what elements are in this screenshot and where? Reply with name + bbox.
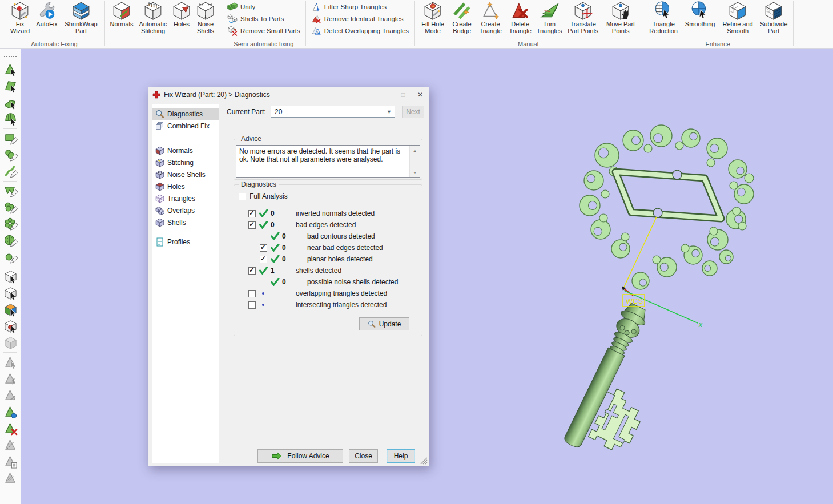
wizard-page-label: Normals: [167, 147, 193, 155]
diagnostic-label: intersecting triangles detected: [296, 301, 387, 309]
wizard-page-list: DiagnosticsCombined FixNormalsStitchingN…: [152, 104, 219, 463]
diagnostic-label: inverted normals detected: [296, 209, 375, 217]
wizard-page-label: Profiles: [167, 238, 190, 246]
key-bow: [580, 125, 754, 289]
diagnostic-row: 0bad contours detected: [248, 231, 420, 242]
wizard-page-combined-fix[interactable]: Combined Fix: [152, 120, 219, 132]
diagnostic-count: 0: [282, 278, 307, 286]
key-bow-frame: [615, 170, 721, 219]
wizard-page-label: Shells: [167, 219, 186, 227]
noise-shells-icon: [155, 170, 164, 179]
diagnostic-checkbox[interactable]: [248, 221, 256, 229]
diagnostic-count: 0: [282, 255, 307, 263]
dialog-title: Fix Wizard (Part: 20) > Diagnostics: [164, 91, 270, 99]
minimize-icon[interactable]: ─: [377, 87, 395, 102]
close-icon[interactable]: ✕: [412, 87, 429, 102]
diagnostic-label: near bad edges detected: [307, 244, 383, 252]
next-button[interactable]: Next: [402, 106, 424, 118]
current-part-label: Current Part:: [227, 108, 266, 116]
green-arrow-icon: [271, 452, 283, 460]
wizard-page-overlaps[interactable]: Overlaps: [152, 204, 219, 216]
wizard-page-noise-shells[interactable]: Noise Shells: [152, 168, 219, 180]
diagnostic-count: 1: [271, 267, 296, 275]
diagnostic-row: overlapping triangles detected: [248, 288, 420, 299]
diagnostic-count: 0: [282, 244, 307, 252]
diagnostic-row: intersecting triangles detected: [248, 299, 420, 311]
diagnostics-icon: [155, 110, 164, 119]
chevron-down-icon: ▼: [387, 109, 392, 115]
scroll-up-icon[interactable]: ▲: [410, 146, 420, 155]
full-analysis-checkbox[interactable]: [239, 193, 246, 200]
advice-groupbox: Advice No more errors are detected. It s…: [234, 139, 422, 180]
update-button[interactable]: Update: [359, 317, 409, 330]
diagnostic-row: 1shells detected: [248, 265, 420, 276]
resize-grip[interactable]: [420, 457, 428, 465]
sidebar-separator: [154, 232, 218, 232]
diagnostic-count: 0: [271, 221, 296, 229]
full-analysis-label: Full Analysis: [250, 192, 288, 200]
wizard-page-label: Triangles: [167, 195, 195, 203]
wcs-label: WCS: [626, 297, 643, 305]
wizard-page-label: Diagnostics: [167, 110, 203, 118]
wizard-page-label: Combined Fix: [167, 122, 210, 130]
wizard-page-diagnostics[interactable]: Diagnostics: [152, 108, 219, 120]
fix-wizard-app-icon: [152, 91, 160, 99]
pending-dot-icon: [259, 292, 271, 295]
diagnostic-label: bad contours detected: [307, 232, 375, 240]
current-part-select[interactable]: 20 ▼: [271, 106, 395, 118]
diagnostic-row: 0near bad edges detected: [248, 242, 420, 253]
wizard-page-normals[interactable]: Normals: [152, 144, 219, 156]
diagnostic-checkbox[interactable]: [260, 244, 267, 252]
combined-fix-icon: [155, 122, 164, 131]
ok-check-icon: [259, 209, 271, 217]
advice-text: No more errors are detected. It seems th…: [236, 145, 420, 178]
triangles-icon: [155, 194, 164, 203]
ok-check-icon: [259, 267, 271, 275]
diagnostic-label: overlapping triangles detected: [296, 289, 387, 297]
pending-dot-icon: [259, 304, 271, 306]
diagnostic-row: 0planar holes detected: [248, 253, 420, 265]
holes-icon: [155, 182, 164, 191]
diagnostic-checkbox[interactable]: [248, 267, 256, 275]
maximize-icon[interactable]: □: [395, 87, 412, 102]
advice-scrollbar[interactable]: ▲ ▼: [409, 146, 420, 177]
ok-check-icon: [271, 232, 282, 240]
diagnostics-results: 0inverted normals detected0bad edges det…: [248, 208, 420, 311]
shells-icon: [155, 218, 164, 227]
ok-check-icon: [259, 221, 271, 229]
wizard-page-label: Holes: [167, 183, 185, 191]
close-button[interactable]: Close: [349, 449, 378, 463]
follow-advice-label: Follow Advice: [287, 452, 329, 460]
follow-advice-button[interactable]: Follow Advice: [257, 449, 343, 463]
wizard-page-triangles[interactable]: Triangles: [152, 192, 219, 204]
diagnostic-checkbox[interactable]: [248, 210, 256, 217]
diagnostics-groupbox: Diagnostics Full Analysis 0inverted norm…: [234, 184, 422, 336]
diagnostic-checkbox[interactable]: [260, 256, 267, 263]
diagnostic-label: possible noise shells detected: [307, 278, 398, 286]
diagnostic-count: 0: [282, 232, 307, 240]
diagnostic-checkbox[interactable]: [248, 301, 256, 309]
diagnostic-label: planar holes detected: [307, 255, 373, 263]
stitching-icon: [155, 158, 164, 167]
scroll-down-icon[interactable]: ▼: [410, 168, 420, 177]
diagnostic-label: bad edges detected: [296, 221, 356, 229]
wizard-page-profiles[interactable]: Profiles: [152, 236, 219, 248]
key-shaft-and-bit: [559, 301, 685, 468]
diagnostic-checkbox[interactable]: [248, 290, 256, 297]
magnifier-icon: [368, 320, 376, 328]
diagnostics-label: Diagnostics: [239, 180, 279, 188]
profiles-icon: [155, 237, 164, 247]
wizard-page-shells[interactable]: Shells: [152, 216, 219, 228]
diagnostic-row: 0possible noise shells detected: [248, 276, 420, 288]
wizard-page-stitching[interactable]: Stitching: [152, 156, 219, 168]
diagnostic-row: 0inverted normals detected: [248, 208, 420, 219]
advice-label: Advice: [239, 135, 264, 143]
dialog-titlebar[interactable]: Fix Wizard (Part: 20) > Diagnostics ─ □ …: [148, 87, 429, 102]
wizard-page-label: Noise Shells: [167, 171, 206, 179]
wizard-page-holes[interactable]: Holes: [152, 180, 219, 192]
diagnostic-row: 0bad edges detected: [248, 219, 420, 231]
update-label: Update: [379, 320, 401, 328]
wizard-page-label: Overlaps: [167, 207, 195, 215]
help-button[interactable]: Help: [387, 449, 415, 463]
wizard-page-label: Stitching: [167, 159, 194, 167]
